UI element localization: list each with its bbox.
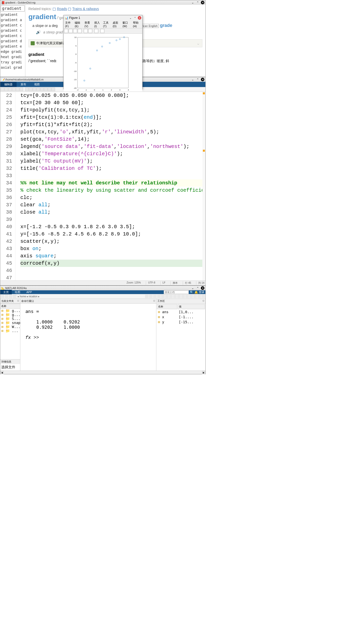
breakpoint-button[interactable]: [52, 88, 55, 91]
name-column[interactable]: 名称: [1, 304, 6, 308]
workspace-header[interactable]: 工作区 ⊙: [156, 299, 205, 304]
forward-button[interactable]: [5, 295, 8, 298]
command-window-header[interactable]: 命令行窗口 ⊙: [20, 299, 156, 304]
open-button[interactable]: [5, 88, 8, 91]
help-button[interactable]: [201, 295, 205, 298]
menu-item[interactable]: 查看(V): [84, 21, 92, 28]
matlab-tab[interactable]: 主页: [0, 290, 12, 294]
tool-4[interactable]: [161, 295, 165, 298]
maximize-button[interactable]: ⌃: [196, 1, 199, 4]
minimize-button[interactable]: ⌄: [191, 1, 194, 4]
section-button[interactable]: [40, 88, 44, 91]
menu-item[interactable]: 编辑(E): [75, 21, 82, 28]
file-item[interactable]: ⊞ 📁 ...: [0, 329, 20, 333]
scroll-track[interactable]: [4, 371, 202, 374]
scroll-right-arrow[interactable]: ▶: [202, 371, 205, 374]
current-folder-header[interactable]: 当前文件夹 ⊙: [0, 299, 20, 304]
bell-icon[interactable]: 🔔: [194, 291, 198, 294]
menu-item[interactable]: 窗口(W): [122, 21, 131, 28]
tool-9[interactable]: [181, 295, 185, 298]
details-header[interactable]: 详细信息: [0, 359, 20, 364]
tool-11[interactable]: [189, 295, 193, 298]
cursor-button[interactable]: [94, 29, 98, 33]
warning-marker[interactable]: [203, 150, 205, 152]
eol[interactable]: LF: [160, 281, 166, 285]
panel-options-icon[interactable]: ⊙: [153, 299, 155, 303]
maximize-button[interactable]: ⌃: [196, 286, 199, 290]
figure-axes[interactable]: -20-15-10-50510-2-101234: [64, 34, 142, 92]
reference-link[interactable]: grade: [160, 23, 172, 28]
print-button[interactable]: [78, 29, 82, 33]
link-button[interactable]: [88, 29, 92, 33]
new-button[interactable]: [1, 88, 4, 91]
outdent-button[interactable]: [36, 88, 40, 91]
workspace-variable[interactable]: ⊞ y[-15...: [157, 320, 205, 324]
close-button[interactable]: ✕: [138, 16, 141, 20]
suggestion-item[interactable]: gradient d: [1, 38, 25, 44]
suggestion-item[interactable]: axial grad: [1, 65, 25, 70]
browse-button[interactable]: [13, 295, 16, 298]
ws-name-column[interactable]: 名称: [157, 304, 177, 309]
suggestion-item[interactable]: gradient a: [1, 17, 25, 23]
search-input[interactable]: gradient: [1, 5, 25, 12]
file-item[interactable]: ⊞ 📁 S...: [0, 317, 20, 321]
open-button[interactable]: [69, 29, 73, 33]
minimize-button[interactable]: ⌄: [191, 78, 194, 81]
tool-2[interactable]: [153, 295, 157, 298]
ws-value-column[interactable]: 值: [178, 304, 205, 309]
file-item[interactable]: ⊞ 📁 g...: [0, 309, 20, 313]
find-button[interactable]: [20, 88, 23, 91]
tool-7[interactable]: [173, 295, 177, 298]
file-list[interactable]: ⊞ 📁 g...⊞ 📁 g...⊞ 📁 S...⊞ 📁 snap⊞ 📁 W...…: [0, 309, 20, 359]
back-button[interactable]: [1, 295, 4, 298]
tool-12[interactable]: [193, 295, 197, 298]
compare-button[interactable]: [12, 88, 16, 91]
suggestion-item[interactable]: gradient c: [1, 23, 25, 28]
goldendict-titlebar[interactable]: 📕 gradient - GoldenDict-ng ⌄ ⌃ ✕: [0, 0, 205, 5]
new-figure-button[interactable]: [64, 29, 68, 33]
save-button[interactable]: [8, 88, 12, 91]
warning-marker[interactable]: [203, 92, 205, 94]
menu-item[interactable]: 工具(T): [103, 21, 111, 28]
run-section-button[interactable]: [48, 88, 51, 91]
comment-button[interactable]: [25, 88, 29, 91]
uncomment-button[interactable]: [29, 88, 32, 91]
save-button[interactable]: [73, 29, 77, 33]
editor-tab[interactable]: 发布: [17, 82, 30, 87]
maximize-button[interactable]: ⌃: [196, 78, 199, 81]
close-button[interactable]: ✕: [201, 1, 204, 4]
minimize-button[interactable]: ⌄: [129, 16, 132, 20]
tool-1[interactable]: [149, 295, 153, 298]
horizontal-scrollbar[interactable]: ◀ ▶: [0, 371, 205, 374]
figure-window[interactable]: 📊 Figure 1 ⌄ ⌃ ✕ 文件(F)编辑(E)查看(V)插入(I)工具(…: [63, 15, 143, 89]
search-icon[interactable]: 🔍: [190, 291, 193, 294]
editor-tab[interactable]: 视图: [30, 82, 44, 87]
tool-8[interactable]: [177, 295, 181, 298]
suggestion-item[interactable]: gradient e: [1, 44, 25, 49]
figure-titlebar[interactable]: 📊 Figure 1 ⌄ ⌃ ✕: [64, 15, 142, 20]
login-link[interactable]: 登录: [199, 290, 204, 294]
speaker-icon[interactable]: 🔊: [36, 30, 40, 34]
related-link[interactable]: Trains & railways: [72, 7, 99, 11]
tool-10[interactable]: [185, 295, 189, 298]
panel-options-icon[interactable]: ⊙: [202, 299, 204, 303]
zoom-level[interactable]: Zoom: 125%: [124, 281, 141, 285]
command-window[interactable]: ans = 1.0000 0.9202 0.9202 1.0000 fx >>: [20, 304, 156, 371]
suggestion-item[interactable]: gradient c: [1, 33, 25, 38]
suggestion-item[interactable]: gradient: [1, 12, 25, 17]
tool-6[interactable]: [169, 295, 173, 298]
workspace-variable[interactable]: ⊞ ans[1,0...: [157, 310, 205, 314]
legend-button[interactable]: [100, 29, 104, 33]
close-button[interactable]: ✕: [201, 286, 204, 290]
panel-options-icon[interactable]: ⊙: [17, 299, 19, 303]
file-item[interactable]: ⊞ 📁 W...: [0, 325, 20, 329]
close-button[interactable]: ✕: [201, 78, 204, 81]
scroll-left-arrow[interactable]: ◀: [0, 371, 4, 374]
line-number-gutter[interactable]: 2223242526272829303132333435363738394041…: [0, 92, 15, 280]
path-breadcrumb[interactable]: ▸ home ▸ nication ▸: [17, 295, 40, 298]
matlab-tab[interactable]: APP: [23, 290, 35, 294]
maximize-button[interactable]: ⌃: [133, 16, 137, 20]
menu-item[interactable]: 插入(I): [94, 21, 101, 28]
chevron-down-icon[interactable]: ⌄: [196, 41, 200, 46]
related-link[interactable]: Roads: [57, 7, 67, 11]
